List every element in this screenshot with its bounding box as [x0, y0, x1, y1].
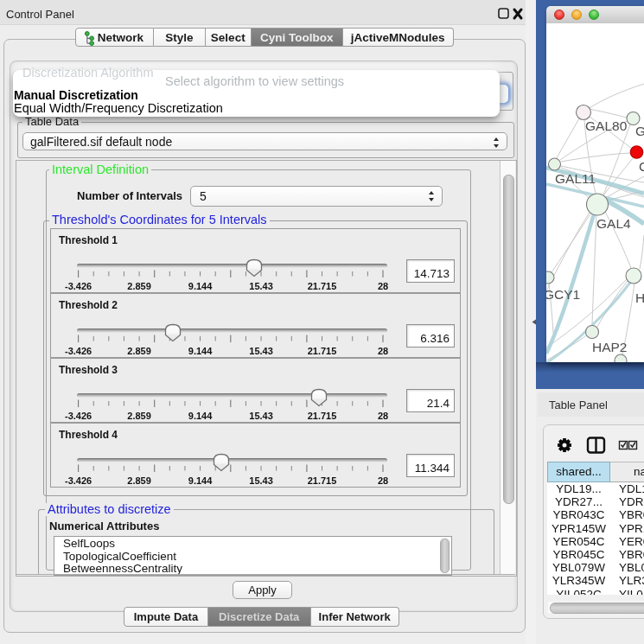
svg-text:H: H — [635, 290, 644, 305]
svg-text:GAL4: GAL4 — [596, 216, 631, 231]
svg-text:C: C — [639, 159, 644, 174]
svg-text:HAP2: HAP2 — [592, 340, 628, 354]
svg-text:GAL80: GAL80 — [585, 118, 628, 133]
svg-text:GAL11: GAL11 — [555, 171, 596, 186]
svg-text:GCY1: GCY1 — [546, 287, 580, 302]
svg-text:GA: GA — [635, 124, 644, 138]
